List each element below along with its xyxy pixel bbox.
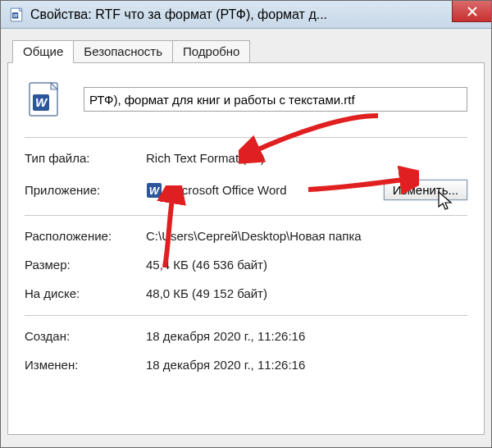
tab-security[interactable]: Безопасность [73,40,173,63]
change-button[interactable]: Изменить... [384,180,467,200]
label-created: Создан: [25,329,146,343]
file-header-row: W [25,80,467,119]
close-button[interactable] [452,1,491,22]
svg-text:W: W [35,95,48,109]
label-application: Приложение: [25,183,146,197]
tab-details[interactable]: Подробно [172,40,250,63]
label-filetype: Тип файла: [25,151,146,165]
word-file-icon: W [9,7,24,22]
row-modified: Изменен: 18 декабря 2020 г., 11:26:16 [25,358,467,372]
application-name: Microsoft Office Word [169,183,287,197]
close-icon [467,7,477,16]
row-filetype: Тип файла: Rich Text Format (.rtf) [25,151,467,165]
window-title: Свойства: RTF что за формат (РТФ), форма… [30,7,327,22]
value-size: 45,4 КБ (46 536 байт) [146,258,467,272]
row-size-on-disk: На диске: 48,0 КБ (49 152 байт) [25,286,467,300]
label-size-on-disk: На диске: [25,286,146,300]
file-type-icon: W [25,80,64,119]
label-location: Расположение: [25,229,146,243]
tab-strip: Общие Безопасность Подробно [1,29,491,63]
separator [25,315,467,316]
tab-panel-general: W Тип файла: Rich Text Format (.rtf) При… [7,62,485,435]
value-location: C:\Users\Сергей\Desktop\Новая папка [146,229,467,243]
value-created: 18 декабря 2020 г., 11:26:16 [146,329,467,343]
word-app-icon: W [146,182,162,199]
row-size: Размер: 45,4 КБ (46 536 байт) [25,258,467,272]
separator [25,137,467,138]
titlebar[interactable]: W Свойства: RTF что за формат (РТФ), фор… [1,1,491,29]
label-size: Размер: [25,258,146,272]
value-modified: 18 декабря 2020 г., 11:26:16 [146,358,467,372]
value-filetype: Rich Text Format (.rtf) [146,151,467,165]
svg-text:W: W [13,12,18,17]
value-size-on-disk: 48,0 КБ (49 152 байт) [146,286,467,300]
value-application: W Microsoft Office Word [146,182,384,199]
separator [25,215,467,216]
row-created: Создан: 18 декабря 2020 г., 11:26:16 [25,329,467,343]
row-application: Приложение: W Microsoft Office Word Изме… [25,180,467,200]
row-location: Расположение: C:\Users\Сергей\Desktop\Но… [25,229,467,243]
svg-text:W: W [149,185,161,197]
properties-window: W Свойства: RTF что за формат (РТФ), фор… [0,0,492,448]
label-modified: Изменен: [25,358,146,372]
filename-input[interactable] [84,87,467,112]
tab-general[interactable]: Общие [12,40,74,63]
